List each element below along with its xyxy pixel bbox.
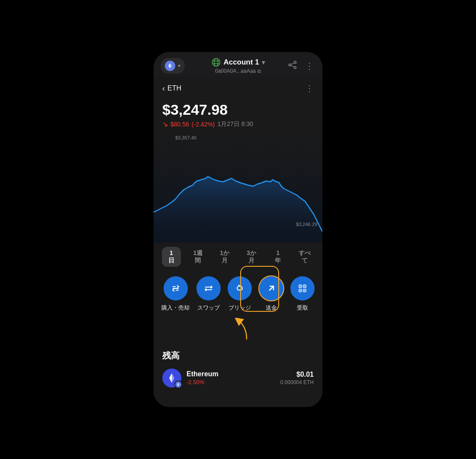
back-chevron-icon: ‹ [162, 84, 165, 93]
time-tabs: 1日 1週間 1か月 3か月 1年 すべて [154, 242, 322, 269]
buy-sell-icon [164, 276, 188, 301]
svg-line-21 [269, 286, 273, 291]
globe-icon [211, 58, 221, 67]
svg-point-10 [212, 58, 220, 66]
tab-1week[interactable]: 1週間 [188, 247, 207, 267]
receive-button[interactable]: 受取 [290, 276, 315, 312]
receive-label: 受取 [297, 304, 308, 312]
swap-button[interactable]: スワップ [196, 276, 221, 312]
header-center: Account 1 ▾ 0a00A0A...aaAaa ⧉ [211, 58, 264, 74]
account-name-text: Account 1 [223, 58, 259, 67]
token-change: -2.50% [187, 379, 275, 385]
chart-low-label: $3,246.29 [296, 222, 317, 227]
token-eth-badge [174, 381, 182, 388]
price-date: 1月27日 8:30 [218, 120, 254, 128]
tab-1year[interactable]: 1年 [268, 247, 287, 267]
chart-high-label: $3,357.40 [175, 135, 196, 140]
price-section: $3,247.98 ↘ $80.56 (-2.42%) 1月27日 8:30 [154, 98, 322, 130]
buy-sell-button[interactable]: 購入・売却 [161, 276, 190, 312]
account-switcher[interactable]: ▾ [161, 58, 185, 74]
svg-point-13 [294, 66, 296, 68]
header-icons: ⋮ [286, 58, 315, 74]
tab-1day[interactable]: 1日 [162, 247, 181, 267]
balance-title: 残高 [162, 350, 314, 362]
token-info: Ethereum -2.50% [187, 370, 275, 385]
price-main: $3,247.98 [162, 101, 314, 118]
chevron-down-icon: ▾ [178, 63, 180, 69]
tab-1month[interactable]: 1か月 [215, 247, 234, 267]
svg-rect-26 [300, 286, 301, 287]
send-label: 送金 [266, 304, 277, 312]
tab-3month-text: 3か月 [247, 249, 256, 264]
eth-icon [165, 61, 175, 71]
receive-icon [290, 276, 315, 301]
balance-section: 残高 [154, 343, 322, 394]
phone-container: ▾ Account 1 ▾ 0a00A0A...aaAaa ⧉ [154, 52, 322, 407]
price-change-pct: (-2.42%) [192, 121, 215, 128]
token-values: $0.01 0.000004 ETH [280, 371, 314, 385]
tab-1day-text: 1日 [168, 249, 174, 264]
tab-1week-text: 1週間 [193, 249, 203, 264]
network-icon[interactable] [286, 58, 299, 74]
header: ▾ Account 1 ▾ 0a00A0A...aaAaa ⧉ [154, 52, 322, 77]
token-name: Ethereum [187, 370, 275, 378]
account-chevron-icon: ▾ [262, 59, 265, 66]
address-row: 0a00A0A...aaAaa ⧉ [215, 68, 261, 74]
send-icon [259, 276, 283, 301]
svg-rect-28 [300, 290, 301, 291]
svg-point-12 [294, 61, 296, 63]
tab-all[interactable]: すべて [295, 247, 314, 267]
token-row[interactable]: Ethereum -2.50% $0.01 0.000004 ETH [162, 368, 314, 388]
down-arrow-icon: ↘ [162, 120, 168, 128]
send-button[interactable]: 送金 [259, 276, 283, 312]
bridge-label: ブリッジ [228, 304, 251, 312]
svg-rect-29 [304, 290, 305, 291]
tab-1month-text: 1か月 [220, 249, 229, 264]
token-usd: $0.01 [280, 371, 314, 378]
chart-container: $3,357.40 $3,246.29 [154, 130, 322, 242]
svg-line-14 [291, 63, 294, 65]
token-icon-wrap [162, 368, 181, 388]
swap-label: スワップ [197, 304, 220, 312]
price-change: ↘ $80.56 (-2.42%) 1月27日 8:30 [162, 120, 314, 128]
buy-sell-label: 購入・売却 [161, 304, 190, 312]
back-button[interactable]: ‹ ETH [162, 84, 181, 93]
token-eth-amount: 0.000004 ETH [280, 379, 314, 385]
tab-all-text: すべて [299, 249, 311, 264]
svg-point-11 [289, 64, 291, 66]
token-more-icon[interactable]: ⋮ [305, 83, 314, 94]
account-title: Account 1 ▾ [211, 58, 264, 67]
bridge-button[interactable]: ブリッジ [228, 276, 252, 312]
svg-point-7 [214, 58, 218, 66]
address-text: 0a00A0A...aaAaa [215, 68, 256, 74]
action-buttons: 購入・売却 スワップ ブリッジ [154, 269, 322, 316]
token-symbol: ETH [167, 84, 181, 92]
svg-rect-27 [304, 286, 305, 287]
copy-icon[interactable]: ⧉ [257, 68, 261, 74]
price-change-amount: $80.56 [170, 121, 189, 128]
arrow-annotation-container [154, 316, 322, 342]
arrow-svg [234, 318, 268, 342]
svg-line-15 [291, 65, 294, 67]
swap-icon [196, 276, 221, 301]
tab-1year-text: 1年 [275, 249, 281, 264]
more-options-icon[interactable]: ⋮ [303, 59, 315, 73]
bridge-icon [228, 276, 252, 301]
tab-3month[interactable]: 3か月 [242, 247, 261, 267]
token-bar: ‹ ETH ⋮ [154, 77, 322, 98]
